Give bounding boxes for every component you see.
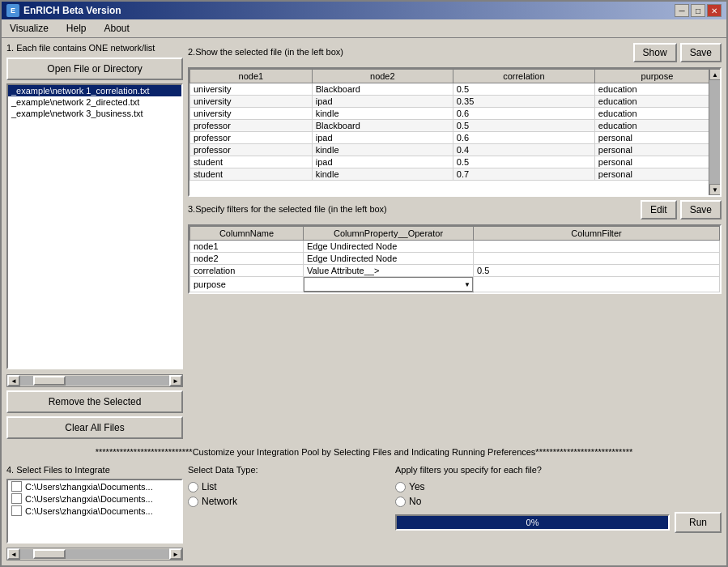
show-button[interactable]: Show — [633, 43, 677, 62]
menu-visualize[interactable]: Visualize — [5, 21, 53, 36]
filter-correlation-val: 0.5 — [474, 265, 720, 277]
bottom-middle-panel: Select Data Type: List Network — [188, 465, 390, 561]
table-cell: 0.6 — [453, 108, 594, 120]
integrate-item-2: C:\Users\zhangxia\Documents... — [8, 492, 181, 505]
table-row: universitykindle0.6education — [190, 108, 720, 120]
file-item-2[interactable]: _example\network 2_directed.txt — [8, 96, 181, 108]
section2-buttons: Show Save — [633, 43, 722, 62]
table-row: studentkindle0.7personal — [190, 168, 720, 181]
table-cell: kindle — [312, 144, 453, 156]
table-cell: 0.5 — [453, 120, 594, 132]
close-button[interactable]: ✕ — [707, 4, 722, 17]
window-controls: ─ □ ✕ — [675, 4, 722, 17]
data-table-scrollbar[interactable]: ▲ ▼ — [709, 69, 720, 195]
radio-yes[interactable] — [395, 482, 406, 492]
table-row: universityBlackboard0.5education — [190, 83, 720, 96]
radio-no[interactable] — [395, 497, 406, 507]
section2-label: 2.Show the selected file (in the left bo… — [188, 47, 343, 57]
section1-label: 1. Each file contains ONE network/list — [6, 43, 183, 53]
radio-list-item: List — [188, 481, 390, 492]
filter-node2-prop: Edge Undirected Node — [304, 253, 474, 265]
open-file-button[interactable]: Open File or Directory — [6, 58, 183, 80]
col-node1: node1 — [190, 70, 313, 83]
filter-node1-val — [474, 241, 720, 253]
edit-button[interactable]: Edit — [641, 200, 677, 220]
filter-table-container: ColumnName ColumnProperty__Operator Colu… — [188, 224, 722, 294]
run-button[interactable]: Run — [675, 512, 722, 533]
table-cell: 0.5 — [453, 83, 594, 96]
table-cell: 0.5 — [453, 156, 594, 168]
radio-network-label: Network — [202, 496, 237, 507]
scroll-left-arrow[interactable]: ◄ — [7, 375, 20, 386]
radio-no-item: No — [395, 496, 722, 507]
col-purpose: purpose — [594, 70, 719, 83]
table-cell: 0.6 — [453, 132, 594, 144]
col-node2: node2 — [312, 70, 453, 83]
table-cell: personal — [594, 132, 719, 144]
table-cell: kindle — [312, 168, 453, 181]
file-item-1[interactable]: _example\network 1_correlation.txt — [8, 85, 181, 96]
col-correlation: correlation — [453, 70, 594, 83]
table-row: professorBlackboard0.5education — [190, 120, 720, 132]
progress-value: 0% — [526, 518, 539, 527]
table-cell: personal — [594, 144, 719, 156]
table-cell: ipad — [312, 96, 453, 108]
integrate-scroll-right[interactable]: ► — [169, 548, 182, 560]
table-cell: 0.35 — [453, 96, 594, 108]
integrate-item-1: C:\Users\zhangxia\Documents... — [8, 480, 181, 492]
filter-table: ColumnName ColumnProperty__Operator Colu… — [189, 226, 720, 292]
scroll-down-btn[interactable]: ▼ — [709, 184, 721, 195]
section3-label: 3.Specify filters for the selected file … — [188, 204, 387, 214]
app-icon: E — [6, 4, 19, 17]
table-cell: student — [190, 156, 313, 168]
dropdown-item-list-element[interactable]: List Element — [304, 292, 473, 294]
dropdown-select[interactable]: ▼ — [304, 277, 473, 292]
table-cell: professor — [190, 132, 313, 144]
integrate-checkbox-3[interactable] — [11, 505, 22, 516]
scroll-track — [20, 376, 169, 386]
integrate-checkbox-2[interactable] — [11, 493, 22, 504]
radio-network[interactable] — [188, 497, 198, 507]
minimize-button[interactable]: ─ — [675, 4, 689, 17]
integrate-list-scrollbar[interactable]: ◄ ► — [6, 548, 183, 561]
remove-selected-button[interactable]: Remove the Selected — [6, 390, 183, 413]
integrate-scroll-thumb[interactable] — [33, 549, 66, 559]
integrate-checkbox-1[interactable] — [11, 481, 22, 492]
filter-purpose-name: purpose — [190, 277, 304, 292]
table-cell: education — [594, 108, 719, 120]
section3-header: 3.Specify filters for the selected file … — [188, 200, 722, 220]
radio-network-item: Network — [188, 496, 390, 507]
scroll-right-arrow[interactable]: ► — [169, 375, 182, 386]
dropdown-scrollbar: ▲ ▼ — [462, 292, 473, 294]
file-item-3[interactable]: _example\network 3_business.txt — [8, 108, 181, 119]
integrate-list: C:\Users\zhangxia\Documents... C:\Users\… — [6, 479, 183, 544]
scroll-up-btn[interactable]: ▲ — [709, 69, 721, 80]
clear-all-button[interactable]: Clear All Files — [6, 416, 183, 439]
table-cell: Blackboard — [312, 120, 453, 132]
right-panel: 2.Show the selected file (in the left bo… — [188, 43, 722, 439]
dropdown-scroll-up[interactable]: ▲ — [462, 292, 473, 294]
radio-list[interactable] — [188, 482, 198, 492]
menu-about[interactable]: About — [100, 21, 134, 36]
table-row: professorkindle0.4personal — [190, 144, 720, 156]
filter-node2-val — [474, 253, 720, 265]
file-list-scrollbar[interactable]: ◄ ► — [6, 374, 183, 387]
table-cell: university — [190, 83, 313, 96]
filter-purpose-prop: ▼ List Element Edge Undirected Node Edge… — [304, 277, 474, 292]
save-file-button[interactable]: Save — [680, 43, 722, 62]
save-filter-button[interactable]: Save — [680, 200, 722, 220]
table-cell: Blackboard — [312, 83, 453, 96]
filter-correlation-name: correlation — [190, 265, 304, 277]
scroll-thumb[interactable] — [33, 376, 66, 386]
apply-filters-radio-group: Yes No — [395, 481, 722, 507]
menu-help[interactable]: Help — [62, 21, 92, 36]
radio-yes-item: Yes — [395, 481, 722, 492]
integrate-scroll-left[interactable]: ◄ — [7, 548, 20, 560]
table-cell: 0.4 — [453, 144, 594, 156]
maximize-button[interactable]: □ — [691, 4, 705, 17]
radio-no-label: No — [409, 496, 421, 507]
bottom-left-panel: 4. Select Files to Integrate C:\Users\zh… — [6, 465, 183, 561]
filter-node1-prop: Edge Undirected Node — [304, 241, 474, 253]
table-cell: education — [594, 83, 719, 96]
left-panel: 1. Each file contains ONE network/list O… — [6, 43, 183, 439]
